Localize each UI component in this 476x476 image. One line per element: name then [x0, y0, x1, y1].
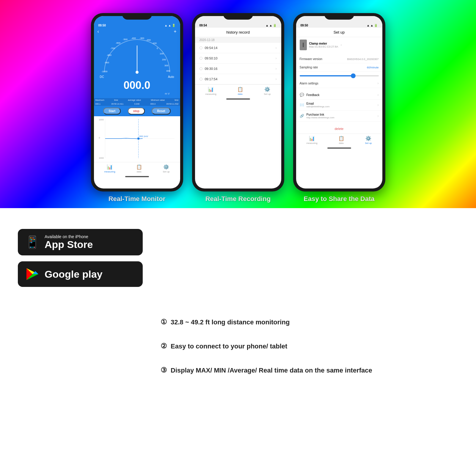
measuring-header: ‹ + [94, 28, 180, 37]
setup-icon-3: ⚙️ [365, 136, 371, 141]
purchase-label: Purchase link [307, 113, 375, 116]
svg-text:1000: 1000 [99, 157, 104, 159]
history-item-3[interactable]: 09:30:16 › [195, 64, 281, 74]
chevron-3: › [276, 67, 277, 71]
nav-measuring-3[interactable]: 📊 measuring [306, 136, 317, 144]
feedback-row[interactable]: 💬 Feedback › [296, 90, 382, 100]
appstore-badge[interactable]: 📱 Available on the iPhone App Store [18, 229, 143, 255]
chevron-4: › [276, 77, 277, 81]
history-item-left-3: 09:30:16 [199, 67, 218, 70]
firmware-row: Firmware version BM02H5S4.0.0_20200307 [296, 55, 382, 63]
stat-label-max: Maximum [95, 99, 104, 101]
history-item-left-2: 09:50:10 [199, 56, 218, 60]
stat-label-time2: time [175, 99, 178, 101]
history-time-3: 09:30:16 [205, 67, 218, 70]
nav-data-2[interactable]: 📋 data [237, 87, 243, 95]
alarm-label: Alarm settings [300, 82, 318, 85]
nav-setup-1[interactable]: ⚙️ Set up [163, 164, 169, 173]
nav-data-1[interactable]: 📋 data [136, 164, 142, 173]
googleplay-large-text: Google play [45, 269, 103, 280]
bottom-section: 📱 Available on the iPhone App Store Goog… [0, 208, 476, 476]
email-icon: ✉️ [300, 103, 304, 107]
device-name: Clamp meter [309, 42, 338, 45]
svg-text:-400: -400 [131, 37, 136, 40]
back-arrow[interactable]: ‹ [98, 29, 99, 34]
svg-text:1000: 1000 [99, 118, 104, 121]
date-divider: 2020-12-18 [195, 37, 281, 43]
feature-text-1: 32.8 ~ 49.2 ft long distance monitoring [171, 318, 290, 327]
delete-row[interactable]: delete [296, 124, 382, 133]
slider-container[interactable] [296, 72, 382, 79]
svg-text:-300: -300 [139, 37, 144, 40]
stat-label-time1: time [114, 99, 118, 101]
nav-label-data-2: data [238, 93, 243, 95]
history-time-4: 09:17:54 [205, 77, 218, 81]
history-item-4[interactable]: 09:17:54 › [195, 74, 281, 84]
phone-frame-1: 09:50 ▲ ▲ 🔋 ‹ + -1000 -900 [91, 13, 183, 191]
bottom-nav-1: 📊 measuring 📋 data ⚙️ Set up [94, 162, 180, 175]
svg-text:200: 200 [162, 58, 166, 61]
svg-text:-900: -900 [104, 61, 109, 64]
history-item-left-4: 09:17:54 [199, 77, 218, 81]
device-section: Clamp meter Mac:01:B3:EC:C0:27:8A › [296, 37, 382, 53]
setup-title: Set up [334, 30, 345, 34]
start-button[interactable]: Start [103, 108, 121, 114]
email-info: Email sale@elinkthings.com [307, 102, 375, 108]
phone-caption-1: Real-Time Monitor [109, 195, 166, 208]
purchase-chevron: › [378, 114, 379, 118]
nav-setup-2[interactable]: ⚙️ Set up [264, 87, 271, 95]
email-row[interactable]: ✉️ Email sale@elinkthings.com › [296, 100, 382, 111]
stat-val-max: 000.1 [95, 103, 101, 105]
purchase-row[interactable]: 🔗 Purchase link http://www.elinkthings.c… [296, 111, 382, 122]
left-column: 📱 Available on the iPhone App Store Goog… [18, 229, 143, 461]
slider-thumb[interactable] [351, 73, 356, 78]
sampling-label: Sampling rate [300, 66, 318, 69]
phone-wrapper-2: 09:54 ▲ ▲ 🔋 history record 2020-12-18 09… [192, 13, 284, 208]
dc-label: DC [100, 75, 104, 78]
appstore-small-text: Available on the iPhone [45, 234, 93, 239]
history-time-1: 09:54:14 [205, 46, 218, 50]
phone-notch-2 [223, 13, 253, 20]
googleplay-badge[interactable]: Google play [18, 261, 143, 287]
feature-item-2: ② Easy to connect to your phone/ tablet [161, 342, 458, 351]
setup-header: Set up [296, 28, 382, 37]
appstore-text: Available on the iPhone App Store [45, 234, 93, 250]
nav-measuring-1[interactable]: 📊 measuring [104, 164, 115, 173]
nav-setup-3[interactable]: ⚙️ Set up [365, 136, 372, 144]
graph-area: 1000 0 1000 000.1mV [94, 116, 180, 162]
device-chevron: › [341, 43, 342, 47]
phone-screen-3: 09:50 ▲ ▲ 🔋 Set up Clamp mete [296, 16, 382, 188]
reset-button[interactable]: Reset [152, 108, 170, 114]
history-title: history record [226, 30, 250, 34]
svg-text:-500: -500 [123, 38, 128, 41]
right-column: ① 32.8 ~ 49.2 ft long distance monitorin… [161, 223, 458, 461]
signal-icons-2: ▲ ▲ 🔋 [266, 24, 277, 27]
nav-data-3[interactable]: 📋 data [338, 136, 344, 144]
nav-measuring-2[interactable]: 📊 measuring [205, 87, 216, 95]
history-time-2: 09:50:10 [205, 56, 218, 60]
auto-label: Auto [168, 75, 174, 78]
stat-label-avg: average value [128, 99, 141, 101]
chevron-2: › [276, 56, 277, 60]
sampling-value: 60/minute [367, 66, 379, 69]
links-section: 💬 Feedback › ✉️ Email sale@elinkthings.c… [296, 90, 382, 122]
svg-text:-600: -600 [116, 42, 121, 44]
bottom-nav-2: 📊 measuring 📋 data ⚙️ Set up [195, 84, 281, 97]
stop-button[interactable]: stop [128, 108, 145, 114]
purchase-icon: 🔗 [300, 114, 304, 118]
feedback-chevron: › [378, 93, 379, 97]
nav-label-data-3: data [339, 142, 344, 144]
svg-text:0: 0 [99, 136, 100, 139]
delete-label: delete [335, 127, 344, 131]
phones-container: 09:50 ▲ ▲ 🔋 ‹ + -1000 -900 [0, 7, 476, 208]
history-item-2[interactable]: 09:50:10 › [195, 53, 281, 64]
feature-text-3: Display MAX/ MIN /Average/ Real time dat… [171, 366, 372, 375]
measuring-icon-1: 📊 [107, 164, 113, 170]
stats-row: Maximum time average value Minimum value… [94, 98, 180, 102]
slider-track [300, 75, 379, 76]
feature-number-3: ③ [161, 366, 167, 374]
feature-number-1: ① [161, 318, 167, 326]
alarm-row[interactable]: Alarm settings › [296, 79, 382, 88]
plus-button[interactable]: + [174, 29, 176, 34]
history-item-1[interactable]: 09:54:14 › [195, 43, 281, 53]
